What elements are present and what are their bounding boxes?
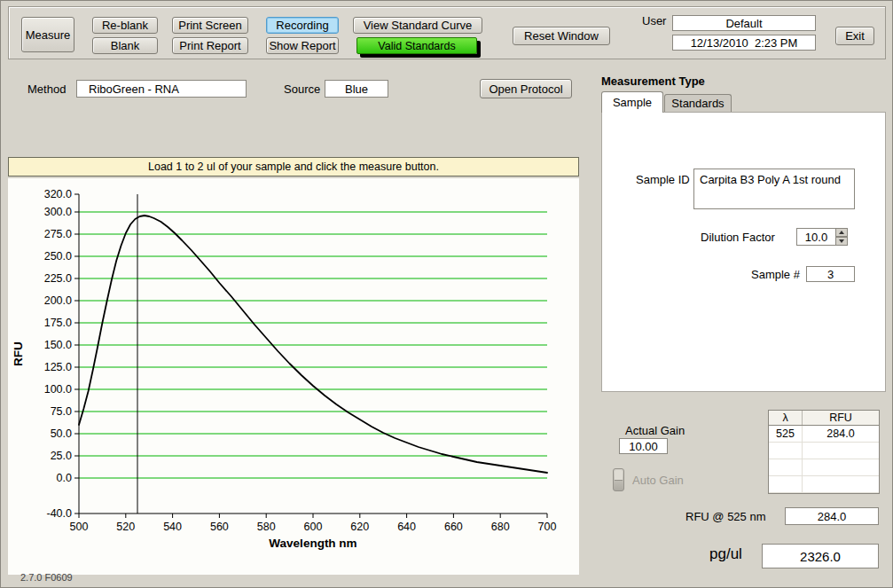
sample-tab-panel <box>601 112 886 392</box>
tab-standards[interactable]: Standards <box>664 94 732 112</box>
svg-text:520: 520 <box>116 521 135 533</box>
svg-text:600: 600 <box>304 521 323 533</box>
svg-text:640: 640 <box>397 521 416 533</box>
spectrum-chart[interactable]: 320.0300.0275.0250.0225.0200.0175.0150.0… <box>8 178 579 575</box>
rfu-cell[interactable] <box>803 459 879 475</box>
svg-text:175.0: 175.0 <box>44 317 72 329</box>
svg-text:225.0: 225.0 <box>44 272 72 285</box>
svg-text:540: 540 <box>163 521 182 533</box>
user-label: User <box>642 14 666 27</box>
svg-text:200.0: 200.0 <box>44 294 72 307</box>
recording-button[interactable]: Recording <box>266 17 339 34</box>
actual-gain-field: 10.00 <box>619 438 668 454</box>
svg-text:Wavelength nm: Wavelength nm <box>269 537 356 550</box>
measure-button[interactable]: Measure <box>21 17 74 52</box>
svg-text:25.0: 25.0 <box>51 450 72 462</box>
auto-gain-label: Auto Gain <box>632 474 684 487</box>
exit-button[interactable]: Exit <box>835 27 874 45</box>
table-header-row: λ RFU <box>769 411 879 426</box>
actual-gain-label: Actual Gain <box>625 424 685 437</box>
print-screen-button[interactable]: Print Screen <box>172 17 248 34</box>
version-text: 2.7.0 F0609 <box>20 572 73 583</box>
print-report-button[interactable]: Print Report <box>172 37 248 54</box>
toolbar: Measure Re-blank Blank Print Screen Prin… <box>8 6 886 59</box>
sample-id-field[interactable]: Carpita B3 Poly A 1st round <box>693 169 855 209</box>
rfu-at-525-label: RFU @ 525 nm <box>685 510 766 523</box>
svg-text:560: 560 <box>210 521 229 533</box>
svg-text:680: 680 <box>491 521 510 533</box>
lambda-cell[interactable] <box>769 443 803 459</box>
tab-sample[interactable]: Sample <box>601 91 663 113</box>
instruction-banner: Load 1 to 2 ul of your sample and click … <box>8 157 579 176</box>
chevron-down-icon <box>839 239 844 243</box>
svg-text:620: 620 <box>350 521 369 533</box>
svg-text:300.0: 300.0 <box>44 206 72 218</box>
spectrum-plot[interactable]: 320.0300.0275.0250.0225.0200.0175.0150.0… <box>8 178 579 575</box>
auto-gain-toggle[interactable] <box>613 468 624 491</box>
lambda-cell[interactable] <box>769 459 803 475</box>
spin-down-button[interactable] <box>836 237 848 246</box>
lambda-cell[interactable]: 525 <box>769 426 803 442</box>
lambda-cell[interactable] <box>769 476 803 492</box>
svg-text:700: 700 <box>538 521 557 533</box>
chevron-up-icon <box>839 231 844 234</box>
concentration-unit-label: pg/ul <box>709 545 742 563</box>
svg-text:500: 500 <box>70 521 89 533</box>
svg-text:580: 580 <box>257 521 276 533</box>
svg-text:RFU: RFU <box>12 341 25 366</box>
svg-text:100.0: 100.0 <box>44 383 72 396</box>
concentration-field: 2326.0 <box>762 544 879 568</box>
rfu-cell[interactable] <box>803 476 879 492</box>
svg-text:250.0: 250.0 <box>44 250 72 263</box>
show-report-button[interactable]: Show Report <box>266 37 339 54</box>
svg-text:125.0: 125.0 <box>44 361 72 373</box>
user-field[interactable]: Default <box>672 15 816 31</box>
app-window: Measure Re-blank Blank Print Screen Prin… <box>0 0 893 588</box>
svg-text:-40.0: -40.0 <box>47 507 73 520</box>
datetime-display: 12/13/2010 2:23 PM <box>672 35 816 51</box>
table-row[interactable] <box>769 459 879 476</box>
rfu-cell[interactable]: 284.0 <box>803 426 879 442</box>
svg-text:0.0: 0.0 <box>57 472 72 484</box>
view-standard-curve-button[interactable]: View Standard Curve <box>353 17 482 34</box>
rfu-at-525-field: 284.0 <box>785 507 879 525</box>
source-label: Source <box>284 82 320 96</box>
table-row[interactable] <box>769 476 879 493</box>
blank-button[interactable]: Blank <box>92 37 158 54</box>
svg-text:275.0: 275.0 <box>44 228 72 240</box>
dilution-factor-stepper[interactable]: 10.0 <box>796 228 848 246</box>
svg-text:660: 660 <box>444 521 463 533</box>
rfu-cell[interactable] <box>803 443 879 459</box>
table-row[interactable] <box>769 443 879 459</box>
measurement-type-title: Measurement Type <box>601 74 705 88</box>
open-protocol-button[interactable]: Open Protocol <box>480 79 572 98</box>
valid-standards-indicator: Valid Standards <box>356 37 477 54</box>
method-field[interactable]: RiboGreen - RNA <box>76 80 247 98</box>
source-field[interactable]: Blue <box>325 80 388 98</box>
sample-id-label: Sample ID <box>636 173 690 186</box>
dilution-factor-label: Dilution Factor <box>701 231 775 244</box>
sample-number-label: Sample # <box>751 268 800 281</box>
table-row[interactable]: 525284.0 <box>769 426 879 443</box>
svg-text:75.0: 75.0 <box>51 405 72 418</box>
wavelength-rfu-table: λ RFU 525284.0 <box>768 410 880 494</box>
svg-text:50.0: 50.0 <box>51 427 72 440</box>
svg-text:320.0: 320.0 <box>44 188 72 200</box>
method-label: Method <box>27 82 66 96</box>
dilution-factor-value[interactable]: 10.0 <box>796 228 836 246</box>
spin-up-button[interactable] <box>836 228 848 237</box>
reset-window-button[interactable]: Reset Window <box>513 27 610 45</box>
lambda-column-header: λ <box>769 411 803 425</box>
reblank-button[interactable]: Re-blank <box>92 17 158 34</box>
rfu-column-header: RFU <box>803 411 879 425</box>
sample-number-field[interactable]: 3 <box>806 266 855 282</box>
svg-text:150.0: 150.0 <box>44 339 72 351</box>
